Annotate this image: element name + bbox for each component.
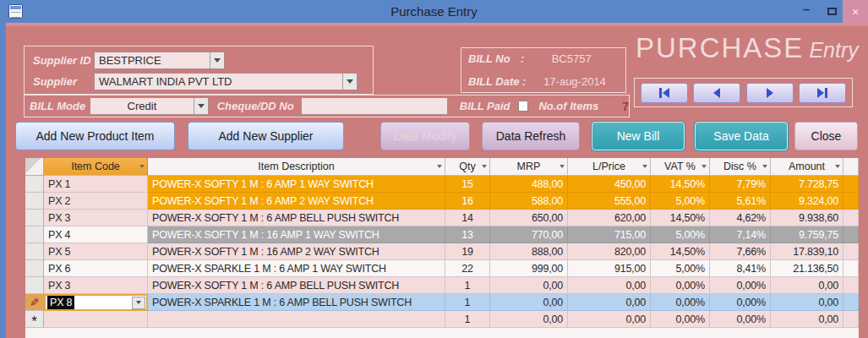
cell-mrp[interactable]: 0,00 xyxy=(490,277,568,294)
column-header-qty[interactable]: Qty xyxy=(445,158,490,176)
cell-mrp[interactable]: 588,00 xyxy=(490,193,568,210)
previous-record-button[interactable] xyxy=(693,83,740,103)
chevron-down-icon[interactable] xyxy=(194,98,208,114)
row-selector[interactable] xyxy=(25,176,44,193)
cell-l-price[interactable]: 0,00 xyxy=(568,277,651,294)
cell-item-description[interactable]: POWER-X SOFTY 1 M : 6 AMP 2 WAY SWITCH xyxy=(148,193,445,210)
cell-item-code[interactable]: PX 5 xyxy=(44,243,148,260)
cell-item-code[interactable] xyxy=(44,311,148,328)
supplier-id-combo[interactable]: BESTPRICE xyxy=(94,52,225,69)
cell-l-price[interactable]: 620,00 xyxy=(568,210,651,226)
cell-disc[interactable]: 4,62% xyxy=(710,210,771,226)
cell-l-price[interactable]: 555,00 xyxy=(568,193,651,210)
row-selector[interactable] xyxy=(25,260,44,277)
cell-mrp[interactable]: 650,00 xyxy=(490,210,568,226)
column-header-l-price[interactable]: L/Price xyxy=(568,158,651,176)
cell-amount[interactable]: 0,00 xyxy=(771,311,843,328)
chevron-down-icon[interactable] xyxy=(342,74,357,90)
cell-item-description[interactable]: POWER-X SOFTY 1 M : 6 AMP BELL PUSH SWIT… xyxy=(148,277,445,294)
item-code-editor[interactable]: PX 8 xyxy=(44,294,148,311)
cell-item-code[interactable]: PX 1 xyxy=(44,176,148,193)
filter-arrow-icon[interactable] xyxy=(762,165,767,168)
column-header-vat[interactable]: VAT % xyxy=(651,158,710,176)
cell-item-code[interactable]: PX 6 xyxy=(44,260,148,277)
cell-vat[interactable]: 0,00% xyxy=(651,277,710,294)
row-selector[interactable] xyxy=(25,277,44,294)
cell-qty[interactable]: 13 xyxy=(445,226,490,243)
maximize-button[interactable] xyxy=(821,0,843,23)
filter-arrow-icon[interactable] xyxy=(642,165,647,168)
cell-vat[interactable]: 14,50% xyxy=(651,176,710,193)
cell-item-code[interactable]: PX 2 xyxy=(44,193,148,210)
cell-l-price[interactable]: 450,00 xyxy=(568,176,651,193)
cell-mrp[interactable]: 999,00 xyxy=(490,260,568,277)
cell-item-description[interactable]: POWER-X SOFTY 1 M : 16 AMP 2 WAY SWITCH xyxy=(148,243,445,260)
cell-mrp[interactable]: 0,00 xyxy=(490,294,568,311)
cell-l-price[interactable]: 820,00 xyxy=(568,243,651,260)
cell-vat[interactable]: 0,00% xyxy=(651,294,710,311)
cell-disc[interactable]: 7,66% xyxy=(710,243,771,260)
cell-l-price[interactable]: 915,00 xyxy=(568,260,651,277)
cell-vat[interactable]: 14,50% xyxy=(651,243,710,260)
cell-amount[interactable]: 9.759,75 xyxy=(771,226,843,243)
cell-vat[interactable]: 5,00% xyxy=(651,260,710,277)
cell-qty[interactable]: 19 xyxy=(445,243,490,260)
cell-qty[interactable]: 1 xyxy=(445,311,490,328)
column-header-item-code[interactable]: Item Code xyxy=(44,158,148,176)
cell-disc[interactable]: 8,41% xyxy=(710,260,771,277)
cell-qty[interactable]: 16 xyxy=(445,193,490,210)
cell-disc[interactable]: 7,14% xyxy=(710,226,771,243)
row-selector-new[interactable]: * xyxy=(25,311,44,328)
cell-mrp[interactable]: 488,00 xyxy=(490,176,568,193)
supplier-combo[interactable]: WALMART INDIA PVT LTD xyxy=(94,73,358,90)
select-all-corner[interactable] xyxy=(25,158,44,176)
close-button[interactable]: Close xyxy=(794,122,858,150)
cell-item-code[interactable]: PX 3 xyxy=(44,210,148,226)
cell-l-price[interactable]: 715,00 xyxy=(568,226,651,243)
cell-item-description[interactable]: POWER-X SOFTY 1 M : 6 AMP BELL PUSH SWIT… xyxy=(148,210,445,226)
column-header-item-description[interactable]: Item Description xyxy=(148,158,445,176)
cell-vat[interactable]: 5,00% xyxy=(651,193,710,210)
cell-disc[interactable]: 7,79% xyxy=(710,176,771,193)
cell-disc[interactable]: 0,00% xyxy=(710,277,771,294)
column-header-disc[interactable]: Disc % xyxy=(710,158,771,176)
cell-item-description[interactable] xyxy=(148,311,445,328)
filter-arrow-icon[interactable] xyxy=(835,165,840,168)
filter-arrow-icon[interactable] xyxy=(701,165,707,168)
cell-item-code[interactable]: PX 4 xyxy=(44,226,148,243)
save-data-button[interactable]: Save Data xyxy=(695,122,788,150)
minimize-button[interactable]: – xyxy=(795,0,817,23)
row-selector[interactable] xyxy=(25,193,44,210)
cell-amount[interactable]: 0,00 xyxy=(771,294,843,311)
cell-l-price[interactable]: 0,00 xyxy=(568,311,651,328)
row-selector[interactable] xyxy=(25,243,44,260)
chevron-down-icon[interactable] xyxy=(132,297,145,309)
cell-amount[interactable]: 7.728,75 xyxy=(771,176,843,193)
cell-vat[interactable]: 0,00% xyxy=(651,311,710,328)
chevron-down-icon[interactable] xyxy=(210,52,224,68)
cell-amount[interactable]: 9.938,60 xyxy=(771,210,843,226)
column-header-amount[interactable]: Amount xyxy=(771,158,843,176)
first-record-button[interactable] xyxy=(641,83,688,103)
new-bill-button[interactable]: New Bill xyxy=(592,122,685,150)
bill-mode-combo[interactable]: Credit xyxy=(90,97,208,115)
cell-qty[interactable]: 14 xyxy=(445,210,490,226)
cell-qty[interactable]: 1 xyxy=(445,277,490,294)
cell-l-price[interactable]: 0,00 xyxy=(568,294,651,311)
next-record-button[interactable] xyxy=(746,83,794,103)
column-header-mrp[interactable]: MRP xyxy=(490,158,568,176)
filter-arrow-icon[interactable] xyxy=(437,165,442,168)
filter-arrow-icon[interactable] xyxy=(560,165,565,168)
cell-item-code[interactable]: PX 3 xyxy=(44,277,148,294)
cell-qty[interactable]: 1 xyxy=(445,294,490,311)
cell-amount[interactable]: 9.324,00 xyxy=(771,193,843,210)
row-selector-editing[interactable]: ✎ xyxy=(25,294,44,311)
row-selector[interactable] xyxy=(25,210,44,226)
cell-amount[interactable]: 17.839,10 xyxy=(771,243,843,260)
cell-mrp[interactable]: 770,00 xyxy=(490,226,568,243)
cell-mrp[interactable]: 888,00 xyxy=(490,243,568,260)
bill-paid-checkbox[interactable] xyxy=(518,101,529,112)
cheque-dd-input[interactable] xyxy=(301,97,448,115)
filter-arrow-icon[interactable] xyxy=(482,165,487,168)
add-new-product-item-button[interactable]: Add New Product Item xyxy=(15,122,175,150)
